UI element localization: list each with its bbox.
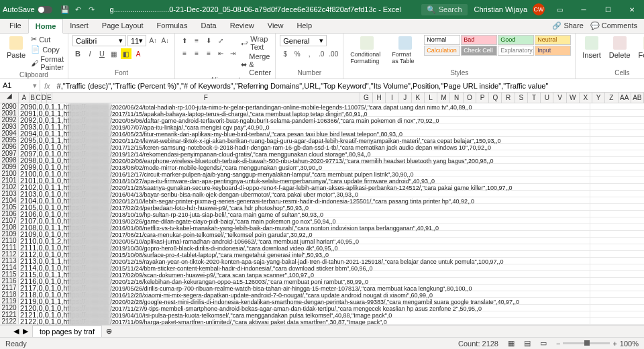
cell[interactable]: 2093,0,0,1,1,https:// <box>19 123 38 130</box>
cell-styles-gallery[interactable]: NormalBadGoodNeutralCalculationCheck Cel… <box>424 35 571 56</box>
cell[interactable]: ████████/2020/11/24/lewat-webinar-tiktok… <box>67 137 590 143</box>
cell[interactable]: ████████/2020/02/28/google-nest-mini-dir… <box>67 298 590 304</box>
cell[interactable]: ████████/2017/11/15/apakah-bahaya-laptop… <box>67 110 590 116</box>
row-header[interactable]: 2116 <box>0 278 19 284</box>
row-header[interactable]: 2114 <box>0 264 19 270</box>
underline-icon[interactable]: U <box>97 48 107 59</box>
row-header[interactable]: 2101 <box>0 177 19 183</box>
close-icon[interactable]: ✕ <box>623 6 641 13</box>
cell[interactable]: 2096,0,0,1,0,https:// <box>19 144 38 150</box>
cell[interactable]: 2098,0,0,1,0,https:// <box>19 157 38 163</box>
align-middle-icon[interactable]: ≡ <box>191 35 202 46</box>
cell[interactable]: ████████/2019/04/10/isi-pulsa-pesta-kuot… <box>67 311 590 317</box>
style-calculation[interactable]: Calculation <box>424 46 460 56</box>
col-header-N[interactable]: N <box>450 93 463 103</box>
share-button[interactable]: 🔗 Share <box>552 21 583 30</box>
delete-cells-button[interactable]: Delete <box>606 35 633 60</box>
cell[interactable]: 2110,0,0,1,2,https:// <box>19 238 38 244</box>
cell[interactable]: 2109,0,0,1,0,https:// <box>19 231 38 237</box>
cell[interactable]: 2091,0,0,1,1,https:// <box>19 110 38 116</box>
row-header[interactable]: 2109 <box>0 231 19 237</box>
style-bad[interactable]: Bad <box>461 35 497 45</box>
row-header[interactable]: 2122 <box>0 318 19 324</box>
autosave-toggle[interactable]: AutoSave <box>3 5 52 13</box>
bold-icon[interactable]: B <box>72 48 83 59</box>
cell[interactable]: 2099,0,0,1,0,https:// <box>19 164 38 170</box>
col-header-D[interactable]: D <box>42 93 47 103</box>
cell[interactable]: 2116,0,0,1,0,https:// <box>19 278 38 284</box>
indent-left-icon[interactable]: ⇤ <box>215 48 226 58</box>
cell[interactable]: 2107,0,0,1,0,https:// <box>19 217 38 223</box>
cell[interactable]: ████████/2017/06/21/cara-menukar-poin-te… <box>67 231 590 237</box>
cell[interactable]: ████████/2019/10/30/gopro-hero8-black-di… <box>67 244 590 250</box>
col-header-W[interactable]: W <box>567 93 580 103</box>
cell[interactable]: 2120,0,0,1,0,https:// <box>19 305 38 311</box>
cell[interactable]: 2102,0,0,1,1,https:// <box>19 184 38 190</box>
cell[interactable]: 2103,0,0,1,0,https:// <box>19 191 38 197</box>
cell[interactable]: ████████/2017/12/15/keren-samsung-notebo… <box>67 144 590 150</box>
tab-insert[interactable]: Insert <box>63 19 95 33</box>
cell[interactable]: 2095,0,0,1,1,https:// <box>19 137 38 143</box>
cell[interactable]: 2113,0,0,1,1,https:// <box>19 258 38 264</box>
merge-center-button[interactable]: ⬌ Merge & Center <box>241 52 271 77</box>
col-header-F[interactable]: F <box>52 93 360 103</box>
row-header[interactable]: 2093 <box>0 123 19 130</box>
cell[interactable]: 2101,0,0,1,0,https:// <box>19 177 38 183</box>
undo-icon[interactable]: ↶ <box>74 5 83 14</box>
fill-color-icon[interactable]: ◧ <box>121 48 131 59</box>
style-explanatory-[interactable]: Explanatory... <box>498 46 534 56</box>
cell[interactable]: ████████/2019/07/07/apa-itu-linkaja/,"ca… <box>67 123 590 130</box>
col-header-Q[interactable]: Q <box>489 93 502 103</box>
save-icon[interactable]: 💾 <box>60 5 70 14</box>
col-header-V[interactable]: V <box>553 93 566 103</box>
cell[interactable]: ████████/2019/05/26/dirilis-cuma-rp-700-… <box>67 285 590 291</box>
col-header-S[interactable]: S <box>515 93 528 103</box>
cell[interactable]: ████████/2015/11/24/bbm-sticker-content-… <box>67 264 590 270</box>
col-header-AB[interactable]: AB <box>631 93 644 103</box>
italic-icon[interactable]: I <box>85 48 95 59</box>
cell[interactable]: ████████/2017/02/24/perbedaan-foto-hdr-h… <box>67 204 590 210</box>
row-header[interactable]: 2095 <box>0 137 19 143</box>
align-left-icon[interactable]: ≡ <box>179 48 190 58</box>
cell[interactable]: ████████/2020/02/06/earphone-wireless-bl… <box>67 157 590 163</box>
tab-review[interactable]: Review <box>223 19 261 33</box>
row-header[interactable]: 2090 <box>0 103 19 109</box>
cell[interactable]: ████████/2018/08/02/mode-mirror-mobile-l… <box>67 164 590 170</box>
col-header-R[interactable]: R <box>502 93 515 103</box>
row-header[interactable]: 2091 <box>0 110 19 116</box>
tab-view[interactable]: View <box>261 19 290 33</box>
indent-right-icon[interactable]: ⇥ <box>227 48 238 58</box>
tab-file[interactable]: File <box>3 19 28 33</box>
cell[interactable]: ████████/2020/12/15/rayakan-year-on-tikt… <box>67 258 590 264</box>
number-format-select[interactable]: General▾ <box>280 35 327 46</box>
format-cells-button[interactable]: Format <box>636 35 644 60</box>
col-header-P[interactable]: P <box>476 93 489 103</box>
style-check-cell[interactable]: Check Cell <box>461 46 497 56</box>
col-header-H[interactable]: H <box>373 93 386 103</box>
font-name-select[interactable]: Calibri▾ <box>72 35 126 46</box>
row-header[interactable]: 2111 <box>0 244 19 250</box>
cell[interactable]: ████████/2020/12/16/kelebihan-dan-kekura… <box>67 278 590 284</box>
percent-icon[interactable]: % <box>292 48 303 59</box>
style-input[interactable]: Input <box>535 46 571 56</box>
search-box[interactable]: 🔍 Search <box>421 4 468 15</box>
style-normal[interactable]: Normal <box>424 35 460 45</box>
cell[interactable]: ████████/2016/12/17/circuit-marker-pulpe… <box>67 170 590 177</box>
ribbon-options-icon[interactable]: ▭ <box>550 6 569 13</box>
align-bottom-icon[interactable]: ⬇ <box>203 35 214 46</box>
wrap-text-button[interactable]: ⮐ Wrap Text <box>241 35 271 51</box>
row-header[interactable]: 2108 <box>0 224 19 230</box>
cell[interactable]: 2121,0,0,1,0,https:// <box>19 311 38 317</box>
cell[interactable]: ████████/2020/05/06/daftar-game-android-… <box>67 117 590 123</box>
fx-icon[interactable]: fx <box>40 82 54 90</box>
col-header-U[interactable]: U <box>541 93 553 103</box>
col-header-T[interactable]: T <box>528 93 541 103</box>
cell[interactable]: 2112,0,0,1,0,https:// <box>19 251 38 257</box>
cell[interactable]: 2105,0,0,1,0,https:// <box>19 204 38 210</box>
row-header[interactable]: 2098 <box>0 157 19 163</box>
redo-icon[interactable]: ↷ <box>87 5 97 14</box>
col-header-Z[interactable]: Z <box>605 93 618 103</box>
cell[interactable]: 2090,0,0,1,1,https:// <box>19 103 38 109</box>
row-header[interactable]: 2121 <box>0 311 19 317</box>
col-header-E[interactable]: E <box>47 93 52 103</box>
